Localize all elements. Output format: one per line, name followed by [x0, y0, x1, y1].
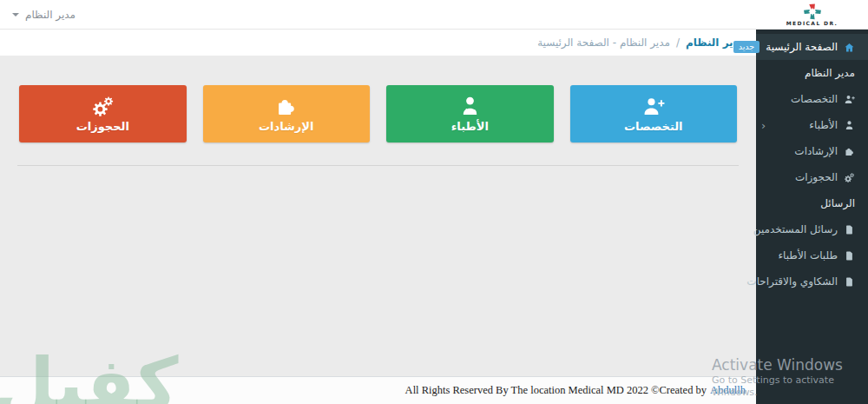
user-menu-dropdown[interactable]: مدير النظام [12, 0, 76, 29]
card-label: الأطباء [451, 120, 489, 133]
sidebar-item-label: الأطباء [809, 119, 838, 131]
sidebar-item[interactable]: رسائل المستخدمين [756, 216, 868, 242]
sidebar-item[interactable]: الصفحة الرئيسية جديد [756, 34, 868, 60]
breadcrumb-separator: / [676, 36, 680, 49]
home-icon [844, 42, 855, 53]
admin-dashboard-screen: مدير النظام MEDICAL DR. مدير النظام / مد… [0, 0, 868, 404]
breadcrumb: مدير النظام / مدير النظام - الصفحة الرئي… [0, 30, 756, 56]
sidebar-item-label: الصفحة الرئيسية [766, 41, 838, 53]
sidebar-item-label: التخصصات [791, 93, 838, 105]
sidebar-item[interactable]: طلبات الأطباء [756, 242, 868, 268]
sidebar-item-label: طلبات الأطباء [778, 249, 838, 262]
puzzle-icon [274, 95, 298, 118]
gears-icon [91, 95, 115, 118]
dashboard-card[interactable]: الحجوزات [19, 85, 187, 142]
file-icon [844, 276, 855, 288]
sidebar-item[interactable]: الأطباء ‹ [756, 112, 868, 138]
brand-logo[interactable]: MEDICAL DR. [756, 0, 868, 29]
doctor-icon [458, 95, 482, 118]
footer-author-link[interactable]: Abdullh [710, 384, 746, 397]
brand-name: MEDICAL DR. [786, 21, 838, 26]
file-icon [844, 250, 855, 262]
file-icon [844, 224, 855, 235]
top-navbar: مدير النظام MEDICAL DR. [0, 0, 868, 30]
sidebar-item-label: رسائل المستخدمين [753, 223, 838, 235]
gears-icon [844, 172, 855, 183]
user-plus-icon [641, 95, 665, 118]
dashboard-card[interactable]: الإرشادات [203, 85, 371, 142]
user-plus-icon [844, 94, 855, 105]
caret-down-icon [12, 13, 19, 17]
sidebar-item[interactable]: التخصصات [756, 86, 868, 112]
footer-text: All Rights Reserved By The location Medi… [405, 384, 707, 397]
footer: All Rights Reserved By The location Medi… [0, 376, 756, 404]
medical-cross-icon [803, 3, 822, 20]
dashboard-card[interactable]: التخصصات [570, 85, 738, 142]
sidebar-item-label: الإرشادات [794, 145, 838, 157]
breadcrumb-current: مدير النظام - الصفحة الرئيسية [537, 36, 670, 49]
dashboard-cards: التخصصات الأطباء الإرشادات الحجوزات [0, 85, 756, 142]
card-label: الإرشادات [259, 120, 313, 133]
sidebar-item-label: الشكاوي والاقتراحات [746, 275, 838, 288]
dashboard-card[interactable]: الأطباء [386, 85, 554, 142]
sidebar-item[interactable]: الإرشادات [756, 138, 868, 164]
card-label: الحجوزات [76, 120, 129, 133]
sidebar: الصفحة الرئيسية جديد مدير النظام التخصصا… [756, 30, 868, 404]
content-divider [17, 165, 739, 166]
sidebar-item[interactable]: الحجوزات [756, 164, 868, 190]
user-menu-label: مدير النظام [25, 9, 76, 21]
chevron-left-icon: ‹ [761, 120, 766, 131]
sidebar-section-header: مدير النظام [756, 60, 868, 86]
sidebar-section-header: الرسائل [756, 190, 868, 216]
sidebar-item[interactable]: الشكاوي والاقتراحات [756, 268, 868, 295]
card-label: التخصصات [624, 120, 683, 133]
sidebar-item-label: الحجوزات [795, 171, 838, 183]
doctor-icon [844, 120, 855, 131]
new-badge: جديد [733, 41, 760, 53]
sidebar-menu: الصفحة الرئيسية جديد مدير النظام التخصصا… [756, 30, 868, 295]
puzzle-icon [844, 146, 855, 157]
